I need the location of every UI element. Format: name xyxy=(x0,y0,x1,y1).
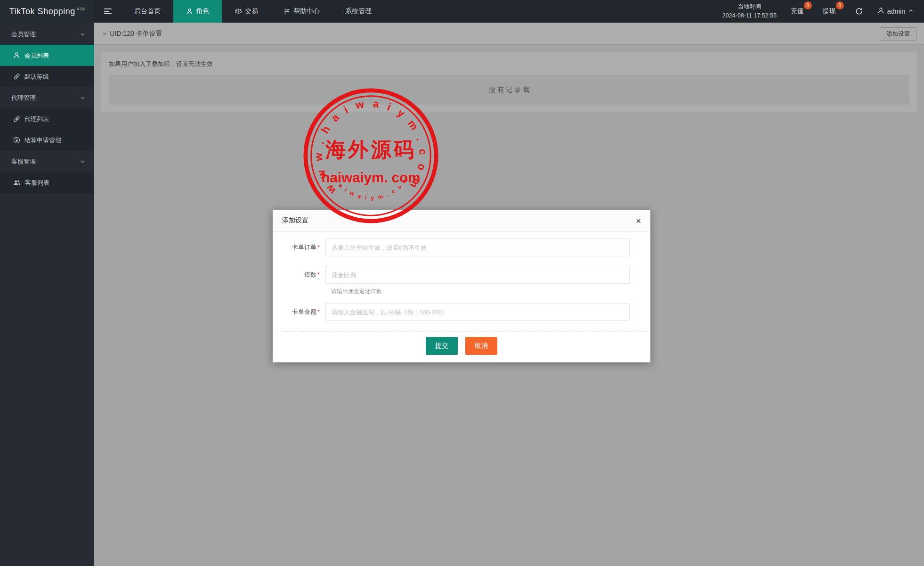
multiplier-help-text: 请输出佣金返还倍数 xyxy=(331,287,630,295)
required-mark: * xyxy=(317,271,320,278)
brand-logo[interactable]: TikTok Shopping V18 xyxy=(0,0,94,23)
navbar-right: 当地时间 2024-08-11 17:52:55 充值 0 提现 0 xyxy=(722,0,924,23)
sidebar-section-members[interactable]: 会员管理 xyxy=(0,24,94,45)
nav-item-trade[interactable]: 交易 xyxy=(222,0,271,23)
cancel-button[interactable]: 取消 xyxy=(465,337,497,355)
person-icon xyxy=(13,52,20,59)
sidebar-item-member-list[interactable]: 会员列表 xyxy=(0,45,94,66)
sidebar-section-label: 代理管理 xyxy=(11,94,36,102)
sidebar-section-label: 客服管理 xyxy=(11,157,36,166)
modal-body: 卡单订单* 倍数* 请输出佣金返还倍数 卡单金额* xyxy=(273,232,650,321)
required-mark: * xyxy=(317,244,320,251)
card-amount-input[interactable] xyxy=(325,303,630,321)
chevron-down-icon xyxy=(80,158,86,164)
recharge-badge: 0 xyxy=(804,1,812,9)
person-icon xyxy=(186,8,193,15)
refresh-icon[interactable] xyxy=(855,7,863,16)
add-setting-modal: 添加设置 × 卡单订单* 倍数* 请输出佣金返还倍数 卡单金额* 提交 取消 xyxy=(273,210,650,362)
sidebar-item-settlement[interactable]: 结算申请管理 xyxy=(0,130,94,151)
chevron-down-icon xyxy=(80,95,86,101)
modal-title: 添加设置 xyxy=(282,216,308,225)
field-label: 卡单金额* xyxy=(273,303,325,321)
form-row-card-amount: 卡单金额* xyxy=(273,303,630,321)
user-icon xyxy=(877,7,884,16)
recharge-button[interactable]: 充值 0 xyxy=(791,7,804,16)
nav-item-label: 交易 xyxy=(245,7,258,16)
nav-item-roles[interactable]: 角色 xyxy=(173,0,222,23)
nav-item-help[interactable]: 帮助中心 xyxy=(271,0,332,23)
modal-footer: 提交 取消 xyxy=(273,332,650,362)
hamburger-icon[interactable] xyxy=(94,0,122,23)
required-mark: * xyxy=(317,308,320,315)
sidebar-item-default-level[interactable]: 默认等级 xyxy=(0,66,94,87)
username: admin xyxy=(887,8,905,15)
local-time: 当地时间 2024-08-11 17:52:55 xyxy=(722,2,777,21)
chevron-up-icon xyxy=(908,8,914,15)
withdraw-button[interactable]: 提现 0 xyxy=(823,7,836,16)
brand-name: TikTok Shopping xyxy=(9,7,75,16)
sidebar: 会员管理 会员列表 默认等级 代理管理 代 xyxy=(0,23,94,566)
sidebar-item-label: 默认等级 xyxy=(24,73,49,81)
form-row-card-order: 卡单订单* xyxy=(273,238,630,256)
local-time-label: 当地时间 xyxy=(722,2,777,11)
field-label: 卡单订单* xyxy=(273,238,325,256)
flag-icon xyxy=(284,8,291,15)
chevron-down-icon xyxy=(80,31,86,37)
nav-item-system[interactable]: 系统管理 xyxy=(332,0,384,23)
scales-icon xyxy=(235,8,242,15)
field-label: 倍数* xyxy=(273,266,325,284)
sidebar-section-label: 会员管理 xyxy=(11,30,36,39)
link-icon xyxy=(13,115,20,123)
nav-item-label: 后台首页 xyxy=(134,7,161,16)
sidebar-section-support[interactable]: 客服管理 xyxy=(0,151,94,172)
top-navbar: TikTok Shopping V18 后台首页 角色 交易 xyxy=(0,0,924,23)
sidebar-section-agents[interactable]: 代理管理 xyxy=(0,87,94,108)
sidebar-item-agent-list[interactable]: 代理列表 xyxy=(0,108,94,130)
sidebar-item-label: 代理列表 xyxy=(24,115,49,123)
sidebar-item-support-list[interactable]: 客服列表 xyxy=(0,172,94,193)
modal-header: 添加设置 × xyxy=(273,210,650,232)
nav-item-home[interactable]: 后台首页 xyxy=(122,0,173,23)
multiplier-input[interactable] xyxy=(325,266,630,284)
withdraw-badge: 0 xyxy=(836,1,844,9)
withdraw-label: 提现 xyxy=(823,7,836,15)
sidebar-item-label: 会员列表 xyxy=(24,51,49,60)
recharge-label: 充值 xyxy=(791,7,804,15)
yen-circle-icon xyxy=(13,137,20,144)
card-order-input[interactable] xyxy=(325,238,630,256)
submit-button[interactable]: 提交 xyxy=(426,337,458,355)
user-menu[interactable]: admin xyxy=(877,7,914,16)
nav-item-label: 帮助中心 xyxy=(293,7,320,16)
nav-item-label: 系统管理 xyxy=(345,7,372,16)
sidebar-item-label: 结算申请管理 xyxy=(24,136,61,145)
nav-item-label: 角色 xyxy=(196,7,209,16)
link-icon xyxy=(13,73,20,80)
sidebar-item-label: 客服列表 xyxy=(25,179,49,187)
form-row-multiplier: 倍数* xyxy=(273,266,630,284)
local-time-value: 2024-08-11 17:52:55 xyxy=(722,11,777,20)
users-icon xyxy=(13,179,21,186)
brand-version: V18 xyxy=(77,7,85,11)
admin-page: TikTok Shopping V18 后台首页 角色 交易 xyxy=(0,0,924,566)
close-icon[interactable]: × xyxy=(636,216,641,225)
